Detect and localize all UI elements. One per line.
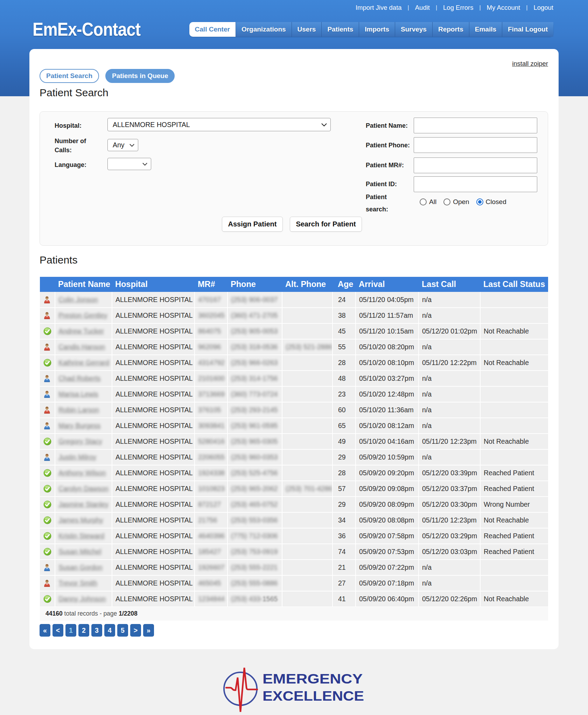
- alt-phone-cell: [282, 418, 332, 434]
- number-of-calls-label: Number of Calls:: [55, 136, 97, 155]
- pill-patients-in-queue[interactable]: Patients in Queue: [105, 69, 175, 83]
- patient-name-link[interactable]: Kristin Steward: [58, 532, 104, 540]
- patient-name-link[interactable]: Trevor Smith: [58, 579, 97, 587]
- radio-option[interactable]: Closed: [476, 198, 513, 206]
- patient-id-input[interactable]: [414, 176, 537, 192]
- nav-tab[interactable]: Call Center: [189, 22, 236, 37]
- app-logo: EmEx-Contact: [33, 19, 140, 40]
- patient-name-link[interactable]: Justin Milroy: [58, 453, 96, 461]
- patient-name-link[interactable]: Preston Gentley: [58, 311, 107, 319]
- radio-circle[interactable]: [476, 198, 483, 205]
- phone-cell: (253) 753-0919: [227, 544, 282, 560]
- patient-name-cell: Andrew Tucker: [55, 323, 112, 339]
- hospital-select[interactable]: ALLENMORE HOSPITAL: [107, 118, 331, 131]
- patient-name-input[interactable]: [414, 118, 537, 133]
- mr-cell: 2101600: [195, 371, 227, 386]
- patient-name-link[interactable]: Chad Roberts: [58, 374, 100, 382]
- page-button[interactable]: 1: [65, 624, 76, 637]
- alt-phone-cell: [282, 292, 332, 308]
- patient-name-link[interactable]: Carolyn Dawson: [58, 485, 108, 492]
- language-select[interactable]: [107, 158, 151, 170]
- patient-name-link[interactable]: Robin Larson: [58, 406, 99, 414]
- utility-link[interactable]: Audit: [415, 4, 430, 12]
- patient-name-link[interactable]: Colin Jonson: [58, 296, 98, 303]
- nav-tab[interactable]: Organizations: [236, 22, 292, 37]
- utility-link[interactable]: Logout: [533, 4, 553, 12]
- patient-name-link[interactable]: Anthony Wilson: [58, 469, 106, 477]
- hospital-cell: ALLENMORE HOSPITAL: [112, 386, 195, 402]
- last-call-cell: n/a: [419, 371, 480, 386]
- phone-cell: (253) 960-0353: [227, 449, 282, 465]
- age-cell: 49: [332, 434, 356, 449]
- patient-name-link[interactable]: Susan Mitchel: [58, 548, 101, 555]
- patient-name-link[interactable]: Kathrine Gerrard: [58, 359, 109, 366]
- patient-name-link[interactable]: Andrew Tucker: [58, 327, 104, 335]
- pill-patient-search[interactable]: Patient Search: [40, 69, 99, 83]
- patient-mr-input[interactable]: [414, 157, 537, 173]
- alt-phone-cell: [282, 323, 332, 339]
- number-of-calls-select[interactable]: Any: [107, 139, 138, 151]
- alt-phone-cell: [282, 371, 332, 386]
- install-zoiper-link[interactable]: install zoiper: [512, 60, 548, 68]
- radio-circle[interactable]: [420, 198, 427, 205]
- arrival-cell: 05/09/20 08:09pm: [356, 497, 419, 512]
- nav-tab[interactable]: Imports: [359, 22, 395, 37]
- called-check-icon: [43, 437, 51, 446]
- last-call-cell: n/a: [419, 308, 480, 323]
- status-icon-cell: [40, 512, 55, 528]
- patient-name-link[interactable]: Danny Johnson: [58, 595, 106, 603]
- nav-tab[interactable]: Final Logout: [502, 22, 553, 37]
- radio-circle[interactable]: [443, 198, 450, 205]
- nav-tab[interactable]: Users: [292, 22, 322, 37]
- hospital-cell: ALLENMORE HOSPITAL: [112, 449, 195, 465]
- search-for-patient-button[interactable]: Search for Patient: [290, 217, 362, 232]
- page-button[interactable]: 4: [104, 624, 115, 637]
- patient-name-cell: Susan Mitchel: [55, 544, 112, 560]
- utility-link[interactable]: My Account: [487, 4, 520, 12]
- last-call-status-cell: Not Reachable: [480, 355, 548, 371]
- nav-tab[interactable]: Reports: [432, 22, 469, 37]
- nav-tab[interactable]: Surveys: [395, 22, 432, 37]
- hospital-cell: ALLENMORE HOSPITAL: [112, 434, 195, 449]
- called-check-icon: [43, 327, 51, 335]
- hospital-cell: ALLENMORE HOSPITAL: [112, 497, 195, 512]
- page-button[interactable]: <: [52, 624, 63, 637]
- patient-phone-input[interactable]: [414, 137, 537, 153]
- hospital-cell: ALLENMORE HOSPITAL: [112, 512, 195, 528]
- nav-tab[interactable]: Emails: [469, 22, 502, 37]
- last-call-cell: 05/11/20 12:23pm: [419, 512, 480, 528]
- patient-blue-icon: [43, 564, 51, 571]
- patient-red-icon: [43, 343, 51, 351]
- radio-option[interactable]: All: [420, 198, 443, 206]
- patient-name-link[interactable]: Jasmine Stanley: [58, 500, 108, 508]
- page-button[interactable]: 3: [91, 624, 102, 637]
- patient-name-link[interactable]: Candis Hanson: [58, 343, 105, 351]
- age-cell: 27: [332, 575, 356, 591]
- patient-name-link[interactable]: Marisa Lewis: [58, 390, 98, 398]
- patient-name-link[interactable]: Susan Gordon: [58, 563, 103, 571]
- patient-name-link[interactable]: Gregory Stacy: [58, 437, 102, 445]
- page-button[interactable]: »: [143, 624, 154, 637]
- hospital-cell: ALLENMORE HOSPITAL: [112, 528, 195, 544]
- page-button[interactable]: 2: [78, 624, 89, 637]
- arrival-cell: 05/09/20 09:20pm: [356, 465, 419, 481]
- radio-option[interactable]: Open: [443, 198, 476, 206]
- hospital-label: Hospital:: [55, 121, 82, 130]
- status-icon-cell: [40, 292, 55, 308]
- arrival-cell: 05/11/20 10:15am: [356, 323, 419, 339]
- utility-link[interactable]: Log Errors: [443, 4, 473, 12]
- page-button[interactable]: «: [40, 624, 50, 637]
- status-icon-cell: [40, 481, 55, 497]
- table-row: Chad Roberts ALLENMORE HOSPITAL 2101600 …: [40, 371, 548, 386]
- page-button[interactable]: 5: [117, 624, 128, 637]
- patient-name-link[interactable]: James Murphy: [58, 516, 103, 524]
- patient-phone-label: Patient Phone:: [366, 141, 410, 150]
- patient-name-link[interactable]: Mary Burgess: [58, 422, 100, 429]
- nav-tab[interactable]: Patients: [321, 22, 359, 37]
- age-cell: 38: [332, 308, 356, 323]
- page-button[interactable]: >: [130, 624, 141, 637]
- page-title: Patient Search: [40, 87, 108, 99]
- last-call-cell: 05/12/20 03:03pm: [419, 544, 480, 560]
- utility-link[interactable]: Import Jive data: [356, 4, 402, 12]
- assign-patient-button[interactable]: Assign Patient: [222, 217, 283, 232]
